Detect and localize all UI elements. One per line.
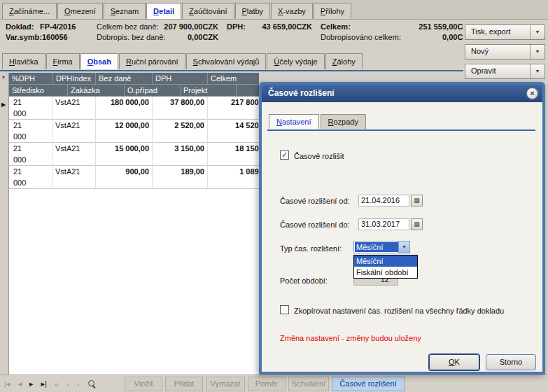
detail-tabs: Hlavička Firma Obsah Ruční párování Schv… [2, 53, 363, 69]
cell-stredisko: 000 [13, 178, 26, 187]
cell-dph: 37 800,00 [153, 97, 208, 120]
tab-prilohy[interactable]: Přílohy [314, 3, 351, 19]
dialog-title: Časové rozlišení [268, 88, 335, 98]
chevron-down-icon[interactable]: ▼ [530, 25, 545, 39]
application-window: Začínáme... Omezení Seznam Detail Zaúčto… [0, 0, 548, 392]
col-header-stredisko[interactable]: Středisko [9, 85, 68, 97]
tab-seznam[interactable]: Seznam [104, 3, 146, 19]
rozliseni-od-input[interactable]: 21.04.2016 [358, 195, 409, 206]
col-header-projekt[interactable]: Projekt [181, 85, 237, 97]
new-button[interactable]: Nový ▼ [465, 44, 545, 59]
vlozit-button[interactable]: Vložit [125, 377, 162, 391]
document-header: Doklad: FP-4/2016 Celkem bez daně: 207 9… [0, 20, 463, 53]
tab-omezeni[interactable]: Omezení [57, 3, 103, 19]
bottom-toolbar: |◂ ◂ ▸ ▸| « ‹ › Vložit Přidat Vymazat Po… [0, 374, 548, 392]
rozliseni-od-label: Časové rozlišení od: [280, 197, 350, 205]
vymazat-button[interactable]: Vymazat [206, 377, 245, 391]
tab-x-vazby[interactable]: X-vazby [271, 3, 313, 19]
tab-zauctovani[interactable]: Zaúčtování [182, 3, 234, 19]
cell-dph-index: VstA21 [53, 166, 96, 189]
cell-bez-dane: 12 000,00 [96, 120, 153, 143]
typ-rozliseni-label: Typ čas. rozlišení: [280, 244, 342, 253]
edit-button[interactable]: Opravit ▼ [465, 64, 545, 79]
dialog-casove-rozliseni: Časové rozlišení × Nastavení Rozpady ✓ Č… [259, 82, 545, 374]
pocet-obdobi-label: Počet období: [280, 276, 328, 285]
col-header-dph-index[interactable]: DPHIndex [53, 73, 96, 85]
row-selector-icon: ▶ [1, 102, 6, 108]
tab-platby[interactable]: Platby [235, 3, 271, 19]
pomer-button[interactable]: Poměr [248, 377, 286, 391]
varsymb-value: Var.symb:160056 [6, 33, 68, 41]
celkem-value: 251 559,00CZK [364, 22, 463, 31]
typ-rozliseni-select[interactable]: Měsíční ▼ [353, 241, 410, 253]
pridat-button[interactable]: Přidat [165, 377, 203, 391]
print-export-button[interactable]: Tisk, export ▼ [465, 24, 545, 40]
dialog-tab-underline [267, 130, 535, 131]
grid-row[interactable]: 21 VstA21 12 000,00 2 520,00 14 520,00 0… [9, 120, 259, 143]
casove-rozlisit-checkbox[interactable]: ✓ [280, 150, 289, 160]
last-record-icon[interactable]: ▸| [41, 379, 46, 388]
cell-celkem: 14 520,00 [208, 120, 259, 143]
grid-row[interactable]: 21 VstA21 180 000,00 37 800,00 217 800,0… [9, 97, 259, 120]
storno-button[interactable]: Storno [486, 354, 536, 370]
dialog-tab-nastaveni[interactable]: Nastavení [269, 114, 319, 129]
col-header-dph-pct[interactable]: %DPH [9, 73, 53, 85]
grid-row[interactable]: 21 VstA21 900,00 189,00 1 089,00 000 [9, 166, 259, 189]
casove-rozliseni-button[interactable]: Časové rozlišení [332, 377, 405, 391]
tab-firma[interactable]: Firma [46, 53, 80, 69]
tab-rucni-parovani[interactable]: Ruční párování [119, 53, 185, 69]
chevron-down-icon[interactable]: ▼ [530, 64, 545, 78]
casove-rozlisit-label: Časově rozlišit [294, 152, 344, 160]
ok-button[interactable]: OK [429, 354, 479, 370]
tab-zalohy[interactable]: Zálohy [325, 53, 363, 69]
warning-text: Změna nastavení - změny budou uloženy [280, 334, 421, 342]
schvaleni-button[interactable]: Schválení [288, 377, 329, 391]
first-record-icon[interactable]: |◂ [4, 379, 10, 388]
search-icon[interactable] [88, 380, 97, 388]
dialog-tab-rozpady[interactable]: Rozpady [321, 114, 366, 129]
dialog-tabs: Nastavení Rozpady [269, 114, 367, 129]
cell-dph: 189,00 [153, 166, 208, 189]
dropdown-option-mesicni[interactable]: Měsíční [354, 255, 417, 267]
cell-bez-dane: 900,00 [96, 166, 153, 189]
grid-row[interactable]: 21 VstA21 15 000,00 3 150,00 18 150,00 0… [9, 143, 259, 166]
tab-ucely-vydaje[interactable]: Účely výdaje [267, 53, 324, 69]
tab-hlavicka[interactable]: Hlavička [2, 53, 45, 69]
typ-dropdown-list: Měsíční Fiskální období [353, 255, 418, 279]
dropdown-option-fiskalni[interactable]: Fiskální období [354, 267, 417, 278]
calendar-icon[interactable]: ▦ [411, 195, 423, 206]
cell-bez-dane: 180 000,00 [96, 97, 153, 120]
chevron-down-icon[interactable]: ▼ [530, 45, 545, 59]
new-label: Nový [471, 47, 489, 55]
col-header-opripad[interactable]: O.případ [125, 85, 181, 97]
calendar-icon[interactable]: ▦ [411, 218, 423, 230]
prev-record-icon[interactable]: ◂ [17, 379, 22, 388]
col-header-celkem[interactable]: Celkem [208, 73, 259, 85]
col-header-bez-dane[interactable]: Bez daně [96, 73, 153, 85]
prev-page-icon[interactable]: ‹ [66, 380, 69, 388]
next-page-icon[interactable]: › [77, 380, 80, 388]
cell-dph-index: VstA21 [53, 120, 96, 143]
chevron-down-icon[interactable]: ▼ [398, 241, 409, 253]
first-page-icon[interactable]: « [55, 380, 59, 388]
rozliseni-do-input[interactable]: 31.03.2017 [358, 218, 409, 230]
col-header-zakazka[interactable]: Zakázka [68, 85, 125, 97]
tab-detail[interactable]: Detail [146, 3, 181, 19]
tab-zaciname[interactable]: Začínáme... [2, 3, 57, 19]
close-icon[interactable]: × [526, 88, 538, 99]
zkopirovat-checkbox[interactable] [280, 305, 289, 314]
cell-celkem: 18 150,00 [208, 143, 259, 166]
celkem-label: Celkem: [321, 22, 351, 31]
cell-dph: 3 150,00 [153, 143, 208, 166]
print-export-label: Tisk, export [471, 27, 510, 36]
cell-stredisko: 000 [13, 109, 26, 118]
dph-value: 43 659,00CZK [239, 22, 312, 31]
tab-underline [0, 70, 463, 71]
col-header-dph[interactable]: DPH [153, 73, 208, 85]
cell-stredisko: 000 [13, 132, 26, 141]
dialog-title-bar[interactable]: Časové rozlišení × [262, 85, 542, 102]
tab-obsah[interactable]: Obsah [80, 53, 118, 69]
next-record-icon[interactable]: ▸ [29, 379, 34, 388]
tab-schvalovani-vydaju[interactable]: Schvalování výdajů [186, 53, 267, 69]
cell-dph-index: VstA21 [53, 97, 96, 120]
